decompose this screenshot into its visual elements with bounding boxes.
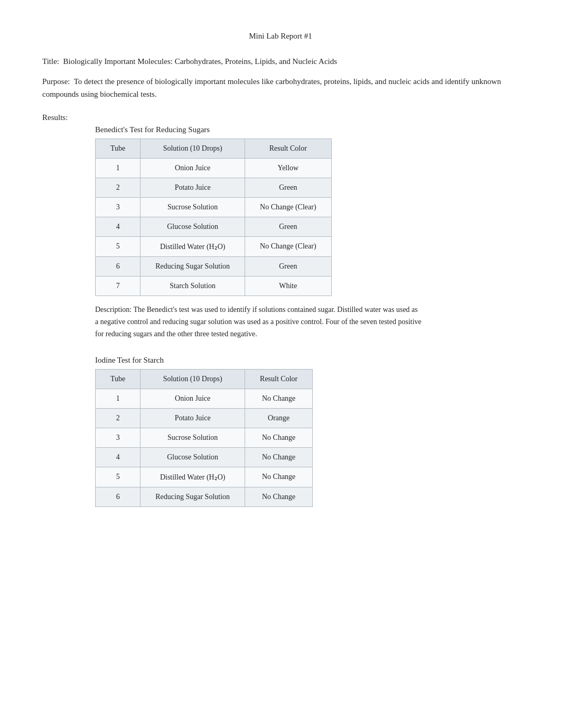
benedict-tube-7: 7 [96,276,141,296]
benedict-section: Benedict's Test for Reducing Sugars Tube… [95,125,519,340]
benedict-solution-1: Onion Juice [141,158,245,178]
benedict-solution-7: Starch Solution [141,276,245,296]
benedict-tube-3: 3 [96,197,141,217]
benedict-solution-2: Potato Juice [141,178,245,197]
iodine-header-row: Tube Solution (10 Drops) Result Color [96,369,313,389]
iodine-tube-6: 6 [96,487,141,506]
iodine-solution-3: Sucrose Solution [141,428,245,447]
benedict-col-solution: Solution (10 Drops) [141,139,245,158]
iodine-col-tube: Tube [96,369,141,389]
iodine-subtitle-text: Iodine Test for Starch [95,356,164,364]
iodine-result-5: No Change [245,467,313,487]
benedict-tube-2: 2 [96,178,141,197]
benedict-result-4: Green [245,217,332,236]
iodine-tube-1: 1 [96,389,141,408]
benedict-tube-4: 4 [96,217,141,236]
benedict-col-result: Result Color [245,139,332,158]
benedict-subtitle: Benedict's Test for Reducing Sugars [95,125,519,134]
iodine-solution-5: Distilled Water (H₂O) [141,467,245,487]
iodine-row-1: 1 Onion Juice No Change [96,389,313,408]
iodine-result-3: No Change [245,428,313,447]
benedict-description-text: Description: The Benedict's test was use… [95,306,422,338]
iodine-result-2: Orange [245,408,313,428]
iodine-result-1: No Change [245,389,313,408]
benedict-header-row: Tube Solution (10 Drops) Result Color [96,139,332,158]
benedict-result-2: Green [245,178,332,197]
benedict-result-7: White [245,276,332,296]
benedict-result-5: No Change (Clear) [245,236,332,256]
benedict-table: Tube Solution (10 Drops) Result Color 1 … [95,139,332,296]
benedict-tube-6: 6 [96,256,141,276]
benedict-row-5: 5 Distilled Water (H₂O) No Change (Clear… [96,236,332,256]
benedict-subtitle-text: Benedict's Test for Reducing Sugars [95,125,210,134]
purpose-value: To detect the presence of biologically i… [42,77,501,98]
iodine-row-5: 5 Distilled Water (H₂O) No Change [96,467,313,487]
purpose-label: Purpose: [42,77,70,86]
benedict-result-6: Green [245,256,332,276]
iodine-section: Iodine Test for Starch Tube Solution (10… [95,356,519,507]
purpose-field: Purpose: To detect the presence of biolo… [42,75,519,100]
benedict-row-6: 6 Reducing Sugar Solution Green [96,256,332,276]
title-text: Mini Lab Report #1 [249,32,312,40]
iodine-tube-5: 5 [96,467,141,487]
iodine-col-result: Result Color [245,369,313,389]
iodine-table: Tube Solution (10 Drops) Result Color 1 … [95,369,313,507]
benedict-description: Description: The Benedict's test was use… [95,303,423,340]
iodine-solution-6: Reducing Sugar Solution [141,487,245,506]
iodine-tube-4: 4 [96,447,141,467]
benedict-solution-3: Sucrose Solution [141,197,245,217]
results-label-text: Results: [42,113,68,122]
benedict-row-2: 2 Potato Juice Green [96,178,332,197]
benedict-col-tube: Tube [96,139,141,158]
benedict-tube-1: 1 [96,158,141,178]
iodine-row-3: 3 Sucrose Solution No Change [96,428,313,447]
benedict-solution-6: Reducing Sugar Solution [141,256,245,276]
benedict-row-1: 1 Onion Juice Yellow [96,158,332,178]
benedict-solution-4: Glucose Solution [141,217,245,236]
iodine-col-solution: Solution (10 Drops) [141,369,245,389]
iodine-result-6: No Change [245,487,313,506]
iodine-row-2: 2 Potato Juice Orange [96,408,313,428]
benedict-solution-5: Distilled Water (H₂O) [141,236,245,256]
results-label: Results: [42,113,519,122]
title-label: Title: [42,57,59,66]
iodine-row-4: 4 Glucose Solution No Change [96,447,313,467]
benedict-row-7: 7 Starch Solution White [96,276,332,296]
title-value: Biologically Important Molecules: Carboh… [63,57,337,66]
iodine-subtitle: Iodine Test for Starch [95,356,519,365]
title-field: Title: Biologically Important Molecules:… [42,56,519,68]
iodine-solution-1: Onion Juice [141,389,245,408]
benedict-tube-5: 5 [96,236,141,256]
iodine-tube-3: 3 [96,428,141,447]
iodine-solution-4: Glucose Solution [141,447,245,467]
benedict-row-3: 3 Sucrose Solution No Change (Clear) [96,197,332,217]
benedict-row-4: 4 Glucose Solution Green [96,217,332,236]
benedict-result-3: No Change (Clear) [245,197,332,217]
benedict-result-1: Yellow [245,158,332,178]
page-title: Mini Lab Report #1 [42,32,519,41]
iodine-tube-2: 2 [96,408,141,428]
iodine-row-6: 6 Reducing Sugar Solution No Change [96,487,313,506]
iodine-solution-2: Potato Juice [141,408,245,428]
iodine-result-4: No Change [245,447,313,467]
